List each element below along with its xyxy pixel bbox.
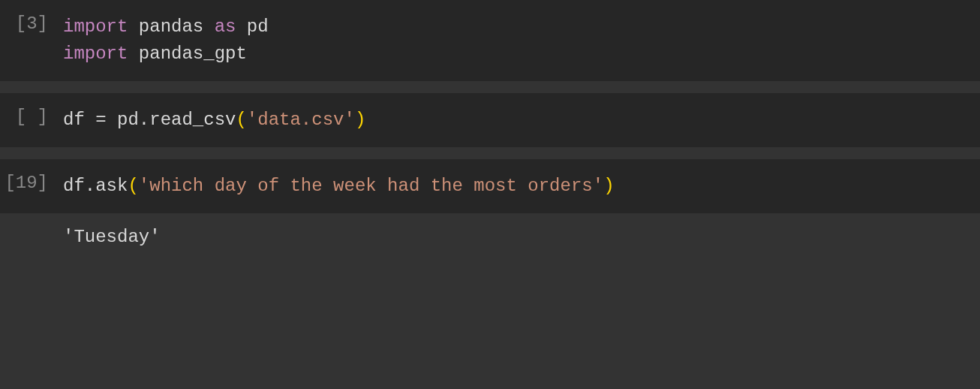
execution-count: [3] bbox=[0, 14, 59, 34]
code-editor[interactable]: df = pd.read_csv('data.csv') bbox=[59, 107, 971, 134]
keyword-import: import bbox=[63, 44, 128, 64]
paren-close: ) bbox=[355, 110, 365, 130]
code-line: import pandas_gpt bbox=[63, 41, 971, 68]
code-editor[interactable]: df.ask('which day of the week had the mo… bbox=[59, 173, 971, 200]
identifier: pd.read_csv bbox=[107, 110, 236, 130]
code-cell-3[interactable]: [19] df.ask('which day of the week had t… bbox=[0, 159, 980, 213]
paren-open: ( bbox=[128, 176, 138, 196]
code-cell-1[interactable]: [3] import pandas as pd import pandas_gp… bbox=[0, 0, 980, 81]
identifier: pd bbox=[236, 17, 268, 37]
identifier: df bbox=[63, 110, 95, 130]
keyword-import: import bbox=[63, 17, 128, 37]
cell-separator bbox=[0, 147, 980, 159]
string-literal: 'data.csv' bbox=[247, 110, 355, 130]
code-line: import pandas as pd bbox=[63, 14, 971, 41]
paren-close: ) bbox=[603, 176, 614, 196]
output-text: 'Tuesday' bbox=[59, 227, 161, 247]
paren-open: ( bbox=[236, 110, 246, 130]
code-line: df = pd.read_csv('data.csv') bbox=[63, 107, 971, 134]
cell-output: 'Tuesday' bbox=[0, 213, 980, 261]
code-line: df.ask('which day of the week had the mo… bbox=[63, 173, 971, 200]
code-editor[interactable]: import pandas as pd import pandas_gpt bbox=[59, 14, 971, 68]
identifier: pandas bbox=[128, 17, 214, 37]
cell-separator bbox=[0, 81, 980, 93]
code-cell-2[interactable]: [ ] df = pd.read_csv('data.csv') bbox=[0, 93, 980, 147]
identifier: df.ask bbox=[63, 176, 128, 196]
string-literal: 'which day of the week had the most orde… bbox=[139, 176, 603, 196]
operator: = bbox=[95, 110, 106, 130]
identifier: pandas_gpt bbox=[128, 44, 246, 64]
execution-count: [ ] bbox=[0, 107, 59, 127]
keyword-as: as bbox=[215, 17, 236, 37]
execution-count: [19] bbox=[0, 173, 59, 193]
